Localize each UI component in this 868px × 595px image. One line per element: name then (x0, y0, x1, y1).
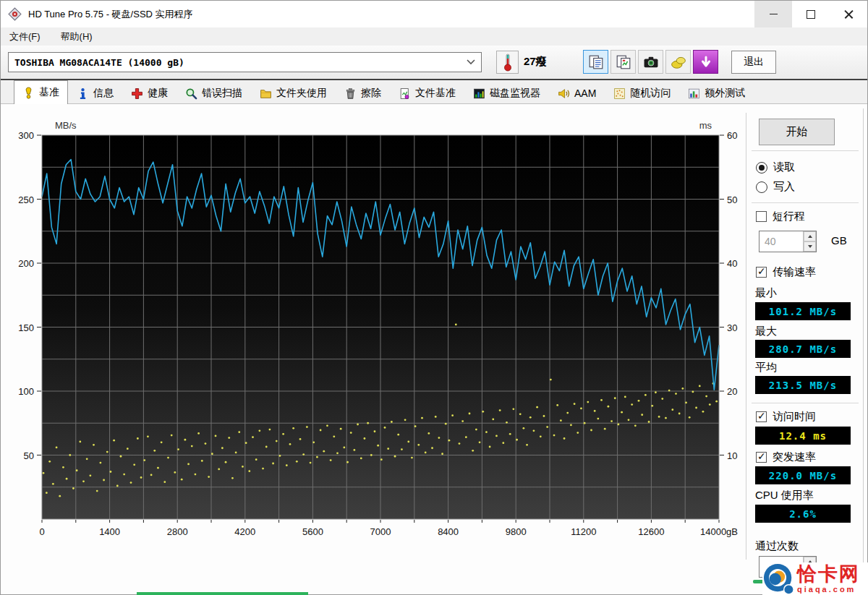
tab-info[interactable]: 信息 (68, 82, 122, 103)
svg-text:0: 0 (39, 526, 44, 537)
access-time-value: 12.4 ms (755, 427, 851, 445)
tab-folder-usage[interactable]: 文件夹使用 (251, 82, 336, 103)
burst-rate-value: 220.0 MB/s (755, 466, 851, 484)
spin-up-button[interactable] (804, 231, 816, 241)
hand-icon (671, 54, 686, 70)
menu-file[interactable]: 文件(F) (9, 30, 41, 43)
max-value: 280.7 MB/s (755, 340, 851, 358)
copy-text-button[interactable] (583, 50, 608, 74)
svg-text:2800: 2800 (167, 526, 188, 537)
benchmark-icon (22, 87, 35, 99)
title-bar: HD Tune Pro 5.75 - 硬盘/SSD 实用程序 (1, 1, 867, 27)
start-button[interactable]: 开始 (759, 119, 835, 145)
folder-usage-icon (260, 87, 272, 100)
window-edge-separator (863, 108, 864, 589)
benchmark-chart: 5010015020025030010203040506001400280042… (1, 113, 746, 565)
exit-button[interactable]: 退出 (731, 51, 776, 74)
minimize-button[interactable] (754, 1, 792, 27)
short-stroke-size-spinner[interactable]: 40 (759, 231, 817, 252)
min-label: 最小 (755, 286, 777, 300)
svg-text:20: 20 (727, 386, 737, 397)
chevron-down-icon (467, 59, 475, 65)
screenshot-button[interactable] (638, 50, 663, 74)
maximize-button[interactable] (792, 1, 830, 27)
temperature-button[interactable] (496, 51, 519, 74)
access-time-checkbox[interactable]: 访问时间 (756, 410, 816, 424)
spin-down-button[interactable] (804, 241, 816, 252)
pass-count-label: 通过次数 (755, 539, 799, 553)
copy-image-icon (616, 54, 631, 70)
svg-text:200: 200 (18, 258, 34, 269)
tab-file-benchmark[interactable]: 文件基准 (390, 82, 464, 103)
divider (752, 202, 859, 203)
checkbox-checked-icon (756, 452, 767, 463)
info-icon (77, 87, 89, 100)
tab-label: 擦除 (361, 87, 381, 100)
extra-tests-icon (688, 87, 700, 100)
benchmark-panel: 5010015020025030010203040506001400280042… (1, 104, 867, 594)
svg-text:60: 60 (727, 130, 737, 141)
maximize-icon (807, 10, 815, 19)
minimize-icon (770, 14, 778, 14)
tab-label: 错误扫描 (202, 87, 242, 100)
svg-text:ms: ms (699, 120, 712, 131)
svg-text:7000: 7000 (370, 526, 391, 537)
tab-error-scan[interactable]: 错误扫描 (176, 82, 251, 103)
random-access-icon (613, 87, 626, 100)
file-benchmark-icon (399, 87, 411, 100)
svg-text:MB/s: MB/s (55, 120, 77, 131)
panel-separator (746, 113, 746, 560)
camera-icon (642, 55, 660, 69)
svg-text:5600: 5600 (302, 526, 323, 537)
tab-extra-tests[interactable]: 额外测试 (679, 82, 754, 103)
tab-erase[interactable]: 擦除 (336, 82, 390, 103)
svg-text:12600: 12600 (638, 526, 664, 537)
tab-label: 文件夹使用 (276, 87, 327, 100)
checkbox-icon (756, 211, 767, 222)
short-stroke-label: 短行程 (773, 210, 805, 223)
short-stroke-size-value: 40 (760, 231, 803, 252)
svg-text:50: 50 (24, 450, 34, 461)
tab-label: 基准 (39, 86, 59, 99)
access-time-label: 访问时间 (773, 410, 816, 424)
short-stroke-checkbox[interactable]: 短行程 (756, 210, 805, 223)
tab-aam[interactable]: AAM (549, 82, 605, 103)
menu-help[interactable]: 帮助(H) (61, 30, 93, 43)
gb-unit-label: GB (831, 234, 847, 247)
checkbox-checked-icon (756, 267, 767, 278)
svg-text:4200: 4200 (234, 526, 255, 537)
min-value: 101.2 MB/s (755, 302, 851, 320)
drive-selector[interactable]: TOSHIBA MG08ACA14TE (14000 gB) (8, 52, 482, 72)
download-button[interactable] (693, 50, 718, 74)
avg-label: 平均 (755, 361, 777, 374)
window-controls (754, 1, 867, 27)
tab-random-access[interactable]: 随机访问 (605, 82, 679, 103)
hd-tune-window: HD Tune Pro 5.75 - 硬盘/SSD 实用程序 文件(F) 帮助(… (0, 0, 868, 595)
transfer-rate-checkbox[interactable]: 传输速率 (756, 265, 816, 279)
cpu-usage-value: 2.6% (755, 505, 851, 523)
copy-image-button[interactable] (610, 50, 636, 74)
disk-monitor-icon (473, 87, 485, 100)
status-progress-bar (137, 592, 308, 595)
menu-bar: 文件(F) 帮助(H) (1, 27, 867, 46)
watermark-domain: qiaqa.com (797, 586, 860, 594)
copy-text-icon (588, 54, 604, 70)
tab-health[interactable]: 健康 (122, 82, 176, 103)
svg-text:40: 40 (727, 258, 737, 269)
svg-text:1400: 1400 (99, 526, 120, 537)
burst-rate-checkbox[interactable]: 突发速率 (756, 450, 816, 464)
svg-text:50: 50 (727, 194, 737, 205)
watermark-text: 恰卡网 qiaqa.com (797, 565, 860, 594)
svg-text:8400: 8400 (438, 526, 459, 537)
app-icon (8, 7, 22, 21)
tab-benchmark[interactable]: 基准 (14, 80, 68, 104)
tab-disk-monitor[interactable]: 磁盘监视器 (464, 82, 549, 103)
tab-label: AAM (574, 87, 596, 99)
hands-button[interactable] (665, 50, 691, 74)
close-button[interactable] (830, 1, 867, 27)
svg-text:150: 150 (18, 322, 34, 333)
svg-text:14000gB: 14000gB (700, 526, 738, 537)
write-radio[interactable]: 写入 (756, 180, 795, 194)
read-radio[interactable]: 读取 (756, 160, 795, 174)
tab-label: 文件基准 (415, 87, 456, 100)
